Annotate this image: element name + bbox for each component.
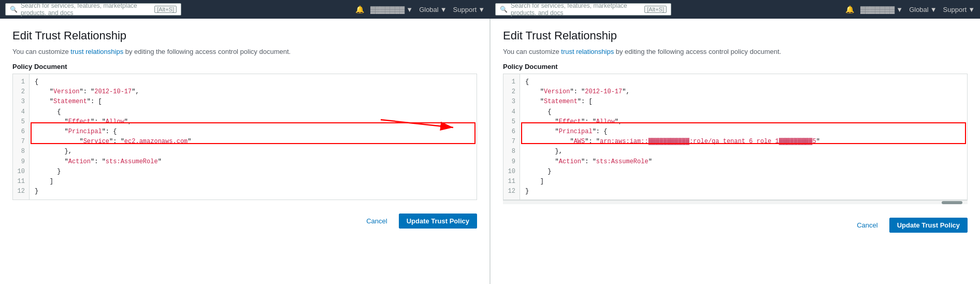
right-user-dropdown[interactable]: ▓▓▓▓▓▓▓ ▼ — [860, 6, 903, 13]
code-line: "Service": "ec2.amazonaws.com" — [35, 137, 471, 147]
right-search-box[interactable]: 🔍 Search for services, features, marketp… — [495, 3, 671, 16]
right-support-caret: ▼ — [968, 6, 975, 13]
left-search-box[interactable]: 🔍 Search for services, features, marketp… — [5, 3, 181, 16]
code-line: ] — [525, 177, 962, 187]
right-search-placeholder: Search for services, features, marketpla… — [511, 2, 641, 17]
line-number: 2 — [17, 87, 25, 97]
line-number: 6 — [508, 127, 515, 137]
left-global-label: Global — [419, 6, 439, 13]
left-user-dropdown[interactable]: ▓▓▓▓▓▓▓ ▼ — [370, 6, 413, 13]
right-global-label: Global — [909, 6, 929, 13]
line-number: 7 — [17, 137, 25, 147]
right-panel-actions: Cancel Update Trust Policy — [503, 212, 968, 233]
code-line: { — [35, 107, 471, 117]
code-line: "Action": "sts:AssumeRole" — [35, 157, 471, 167]
right-global-dropdown[interactable]: Global ▼ — [909, 6, 936, 13]
left-trust-link[interactable]: trust relationships — [70, 48, 123, 55]
left-cancel-button[interactable]: Cancel — [360, 214, 393, 228]
left-support-label: Support — [453, 6, 477, 13]
right-user-caret: ▼ — [896, 6, 903, 13]
left-user-caret: ▼ — [406, 6, 413, 13]
left-search-placeholder: Search for services, features, marketpla… — [21, 2, 151, 17]
right-update-button[interactable]: Update Trust Policy — [889, 218, 968, 233]
line-number: 10 — [508, 167, 515, 177]
right-scrollbar[interactable] — [503, 200, 968, 204]
right-notification-icon[interactable]: 🔔 — [845, 5, 854, 13]
code-line: "Statement": [ — [525, 97, 962, 107]
line-number: 7 — [508, 137, 515, 147]
left-line-numbers: 123456789101112 — [13, 74, 30, 200]
line-number: 12 — [17, 187, 25, 196]
right-user-label: ▓▓▓▓▓▓▓ — [860, 6, 895, 13]
code-line: } — [525, 167, 962, 177]
left-global-dropdown[interactable]: Global ▼ — [419, 6, 446, 13]
right-cancel-button[interactable]: Cancel — [851, 218, 884, 232]
left-code-editor[interactable]: 123456789101112 { "Version": "2012-10-17… — [12, 74, 477, 200]
right-nav-bar: 🔍 Search for services, features, marketp… — [490, 0, 980, 19]
line-number: 3 — [17, 97, 25, 107]
line-number: 8 — [508, 147, 515, 157]
line-number: 6 — [17, 127, 25, 137]
left-panel-desc: You can customize trust relationships by… — [12, 48, 477, 55]
right-panel-desc: You can customize trust relationships by… — [503, 48, 968, 55]
line-number: 11 — [508, 177, 515, 187]
code-line: "Statement": [ — [35, 97, 471, 107]
left-global-caret: ▼ — [440, 6, 447, 13]
left-support-dropdown[interactable]: Support ▼ — [453, 6, 485, 13]
line-number: 9 — [508, 157, 515, 167]
line-number: 12 — [508, 187, 515, 196]
left-desc-text-after: by editing the following access control … — [123, 48, 291, 55]
left-nav-right: 🔔 ▓▓▓▓▓▓▓ ▼ Global ▼ Support ▼ — [355, 5, 485, 13]
line-number: 1 — [17, 77, 25, 87]
code-line: "Effect": "Allow", — [35, 117, 471, 127]
right-desc-text-after: by editing the following access control … — [614, 48, 781, 55]
right-nav-right: 🔔 ▓▓▓▓▓▓▓ ▼ Global ▼ Support ▼ — [845, 5, 975, 13]
code-line: } — [35, 167, 471, 177]
left-panel-actions: Cancel Update Trust Policy — [12, 208, 477, 229]
left-policy-label: Policy Document — [12, 63, 477, 70]
left-user-label: ▓▓▓▓▓▓▓ — [370, 6, 405, 13]
line-number: 5 — [17, 117, 25, 127]
code-line: "AWS": "arn:aws:iam::▓▓▓▓▓▓▓▓▓▓▓:role/qa… — [525, 137, 962, 147]
right-code-editor[interactable]: 123456789101112 { "Version": "2012-10-17… — [503, 74, 968, 200]
line-number: 1 — [508, 77, 515, 87]
right-code-content[interactable]: { "Version": "2012-10-17", "Statement": … — [520, 74, 967, 200]
left-update-button[interactable]: Update Trust Policy — [399, 214, 477, 229]
line-number: 10 — [17, 167, 25, 177]
code-line: "Principal": { — [35, 127, 471, 137]
left-panel: Edit Trust Relationship You can customiz… — [0, 19, 490, 284]
code-line: "Action": "sts:AssumeRole" — [525, 157, 962, 167]
right-panel: Edit Trust Relationship You can customiz… — [490, 19, 980, 284]
left-code-content[interactable]: { "Version": "2012-10-17", "Statement": … — [30, 74, 477, 200]
right-scrollbar-thumb[interactable] — [942, 201, 962, 204]
code-line: { — [525, 77, 962, 87]
line-number: 4 — [17, 107, 25, 117]
left-notification-icon[interactable]: 🔔 — [355, 5, 364, 13]
line-number: 4 — [508, 107, 515, 117]
right-search-shortcut: [Alt+S] — [644, 6, 667, 13]
code-line: }, — [35, 147, 471, 157]
right-code-lines: 123456789101112 { "Version": "2012-10-17… — [503, 74, 967, 200]
code-line: "Principal": { — [525, 127, 962, 137]
line-number: 5 — [508, 117, 515, 127]
right-panel-title: Edit Trust Relationship — [503, 29, 968, 42]
right-support-label: Support — [943, 6, 967, 13]
right-support-dropdown[interactable]: Support ▼ — [943, 6, 975, 13]
line-number: 11 — [17, 177, 25, 187]
code-line: { — [525, 107, 962, 117]
left-desc-text-before: You can customize — [12, 48, 70, 55]
left-search-icon: 🔍 — [10, 6, 18, 13]
code-line: "Effect": "Allow", — [525, 117, 962, 127]
right-trust-link[interactable]: trust relationships — [561, 48, 614, 55]
line-number: 8 — [17, 147, 25, 157]
left-nav-bar: 🔍 Search for services, features, marketp… — [0, 0, 490, 19]
left-support-caret: ▼ — [478, 6, 485, 13]
right-desc-text-before: You can customize — [503, 48, 561, 55]
code-line: }, — [525, 147, 962, 157]
right-global-caret: ▼ — [930, 6, 937, 13]
code-line: } — [525, 187, 962, 196]
right-search-icon: 🔍 — [500, 6, 508, 13]
line-number: 3 — [508, 97, 515, 107]
code-line: "Version": "2012-10-17", — [35, 87, 471, 97]
code-line: { — [35, 77, 471, 87]
